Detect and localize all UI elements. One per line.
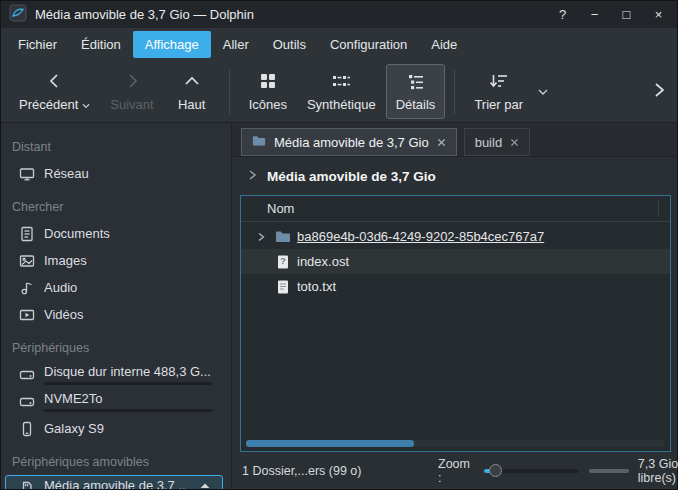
forward-label: Suivant <box>110 97 153 112</box>
file-list: ba869e4b-03d6-4249-9202-85b4cec767a7 ? i… <box>241 222 670 451</box>
file-name[interactable]: index.ost <box>297 254 349 269</box>
sidebar-item-removable-media[interactable]: Média amovible de 3,7 ... <box>5 475 223 489</box>
menu-outils[interactable]: Outils <box>261 31 318 58</box>
zoom-control: Zoom : <box>438 457 579 485</box>
expand-chevron-icon[interactable] <box>253 231 269 243</box>
folder-icon <box>252 134 266 151</box>
sidebar-item-nvme[interactable]: NVME2To <box>5 388 223 415</box>
file-row-index-ost[interactable]: ? index.ost <box>241 249 670 274</box>
text-file-icon <box>275 279 291 295</box>
sidebar-item-label: NVME2To <box>44 391 212 406</box>
eject-icon[interactable] <box>198 480 212 489</box>
folder-icon <box>275 229 291 245</box>
section-remote: Distant <box>1 127 231 160</box>
tab-removable-media[interactable]: Média amovible de 3,7 Gio <box>241 128 457 156</box>
section-search: Chercher <box>1 187 231 220</box>
help-button[interactable]: ? <box>554 6 571 23</box>
sort-dropdown-caret[interactable] <box>533 80 553 103</box>
tab-build[interactable]: build <box>464 128 530 156</box>
sidebar-item-label: Documents <box>44 226 110 241</box>
column-separator <box>658 200 659 217</box>
tab-bar: Média amovible de 3,7 Gio build <box>232 123 677 157</box>
close-button[interactable]: × <box>650 6 667 23</box>
sort-by-button[interactable]: Trier par <box>464 64 533 119</box>
file-row-folder[interactable]: ba869e4b-03d6-4249-9202-85b4cec767a7 <box>241 224 670 249</box>
sd-card-icon <box>19 481 35 490</box>
toolbar: Précédent Suivant Haut Icônes Synthétiqu… <box>1 61 677 123</box>
places-panel: Distant Réseau Chercher Documents Images… <box>1 123 232 489</box>
chevron-down-icon <box>82 97 90 112</box>
details-view-label: Détails <box>396 97 436 112</box>
menu-edition[interactable]: Édition <box>69 31 133 58</box>
file-name[interactable]: toto.txt <box>297 279 336 294</box>
location-bar[interactable]: Média amovible de 3,7 Gio <box>232 157 677 195</box>
tab-label: Média amovible de 3,7 Gio <box>274 135 429 150</box>
images-icon <box>19 253 35 269</box>
sidebar-item-network[interactable]: Réseau <box>5 160 223 187</box>
compact-view-button[interactable]: Synthétique <box>297 64 386 119</box>
menu-aide[interactable]: Aide <box>419 31 469 58</box>
section-devices: Périphériques <box>1 328 231 361</box>
compact-view-label: Synthétique <box>307 97 376 112</box>
zoom-label: Zoom : <box>438 457 475 485</box>
toolbar-separator <box>454 70 455 114</box>
sidebar-item-label: Disque dur interne 488,3 G... <box>44 364 212 379</box>
menubar: Fichier Édition Affichage Aller Outils C… <box>1 28 677 61</box>
tab-close-icon[interactable] <box>437 135 446 150</box>
documents-icon <box>19 226 35 242</box>
sidebar-item-label: Audio <box>44 280 77 295</box>
sidebar-item-label: Galaxy S9 <box>44 421 104 436</box>
icons-view-label: Icônes <box>249 97 287 112</box>
free-space-bar <box>589 469 629 473</box>
column-header-label: Nom <box>267 201 294 216</box>
status-bar: 1 Dossier,...ers (99 o) Zoom : 7,3 Gio l… <box>232 452 677 489</box>
tab-label: build <box>475 135 502 150</box>
sidebar-item-label: Réseau <box>44 166 89 181</box>
sidebar-item-audio[interactable]: Audio <box>5 274 223 301</box>
zoom-slider[interactable] <box>484 463 579 479</box>
icons-view-button[interactable]: Icônes <box>239 64 297 119</box>
file-name[interactable]: ba869e4b-03d6-4249-9202-85b4cec767a7 <box>297 229 544 244</box>
minimize-button[interactable]: − <box>586 6 603 23</box>
breadcrumb-chevron-icon <box>246 169 258 184</box>
horizontal-scrollbar[interactable] <box>246 440 665 447</box>
sidebar-item-label: Média amovible de 3,7 ... <box>44 478 185 489</box>
menu-affichage[interactable]: Affichage <box>133 31 211 58</box>
column-header-nom[interactable]: Nom <box>241 196 670 222</box>
unknown-file-icon: ? <box>275 254 291 270</box>
details-view-icon <box>406 71 426 94</box>
dolphin-window: Média amovible de 3,7 Gio — Dolphin ? − … <box>0 0 678 490</box>
sidebar-item-documents[interactable]: Documents <box>5 220 223 247</box>
section-removable: Périphériques amovibles <box>1 442 231 475</box>
sidebar-item-images[interactable]: Images <box>5 247 223 274</box>
titlebar[interactable]: Média amovible de 3,7 Gio — Dolphin ? − … <box>1 1 677 28</box>
disk-usage-bar <box>44 409 212 412</box>
hard-drive-icon <box>19 394 35 410</box>
maximize-button[interactable]: □ <box>618 6 635 23</box>
file-row-toto-txt[interactable]: toto.txt <box>241 274 670 299</box>
forward-button[interactable]: Suivant <box>100 64 163 119</box>
menu-fichier[interactable]: Fichier <box>6 31 69 58</box>
sidebar-item-galaxy-s9[interactable]: Galaxy S9 <box>5 415 223 442</box>
sidebar-item-internal-disk[interactable]: Disque dur interne 488,3 G... <box>5 361 223 388</box>
icons-view-icon <box>258 71 278 94</box>
hard-drive-icon <box>19 367 35 383</box>
sidebar-item-videos[interactable]: Vidéos <box>5 301 223 328</box>
menu-configuration[interactable]: Configuration <box>318 31 419 58</box>
scrollbar-thumb[interactable] <box>246 440 414 447</box>
up-button[interactable]: Haut <box>164 64 220 119</box>
up-label: Haut <box>178 97 205 112</box>
videos-icon <box>19 307 35 323</box>
tab-close-icon[interactable] <box>510 135 519 150</box>
breadcrumb[interactable]: Média amovible de 3,7 Gio <box>267 169 436 184</box>
chevron-right-icon <box>122 71 142 94</box>
toolbar-overflow-button[interactable] <box>649 77 669 106</box>
sort-icon <box>489 71 509 94</box>
details-view-button[interactable]: Détails <box>386 64 446 119</box>
disk-usage-bar <box>44 382 212 385</box>
back-button[interactable]: Précédent <box>9 64 100 119</box>
slider-thumb[interactable] <box>489 464 502 477</box>
compact-view-icon <box>331 71 351 94</box>
menu-aller[interactable]: Aller <box>211 31 261 58</box>
selection-summary: 1 Dossier,...ers (99 o) <box>242 464 400 478</box>
